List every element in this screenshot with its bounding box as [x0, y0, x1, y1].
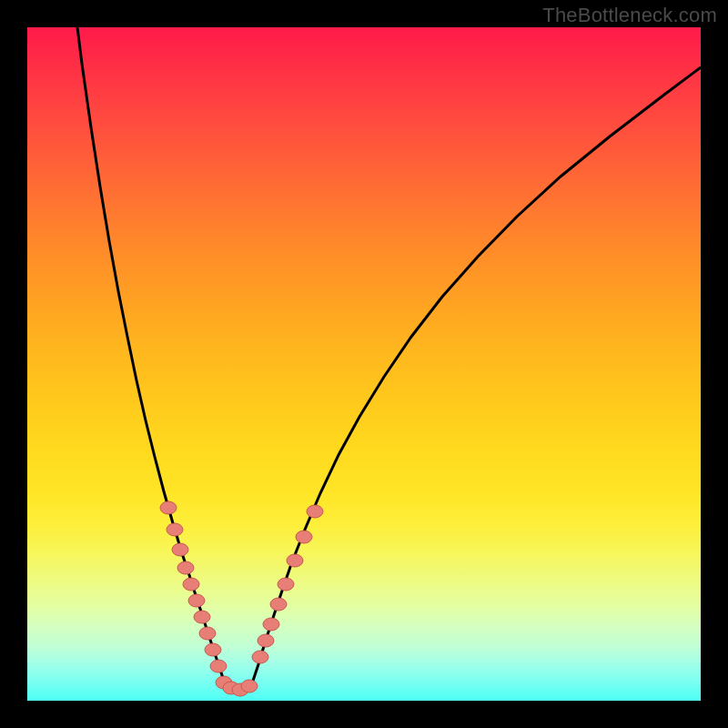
curves-layer — [27, 27, 701, 701]
band-dot — [278, 578, 294, 591]
band-dot — [172, 543, 188, 556]
right-curve — [253, 67, 701, 681]
band-dot — [188, 594, 205, 607]
band-dot — [263, 618, 279, 631]
band-dot — [210, 660, 227, 672]
watermark-text: TheBottleneck.com — [542, 4, 717, 27]
band-dot — [252, 651, 268, 663]
left-curve — [77, 27, 224, 681]
band-dot — [241, 680, 258, 693]
band-dot — [287, 554, 303, 567]
band-dot — [307, 505, 323, 518]
band-dot — [160, 501, 177, 514]
band-dot — [199, 627, 216, 640]
band-dot — [167, 523, 183, 536]
plot-area — [27, 27, 701, 701]
band-dot — [183, 578, 199, 591]
band-dot — [270, 598, 287, 611]
band-dot — [194, 611, 210, 623]
band-dot — [296, 531, 312, 543]
band-dots — [160, 501, 323, 696]
band-dot — [205, 643, 221, 656]
band-dot — [177, 561, 194, 574]
band-dot — [258, 634, 274, 647]
chart-frame: TheBottleneck.com — [0, 0, 728, 728]
